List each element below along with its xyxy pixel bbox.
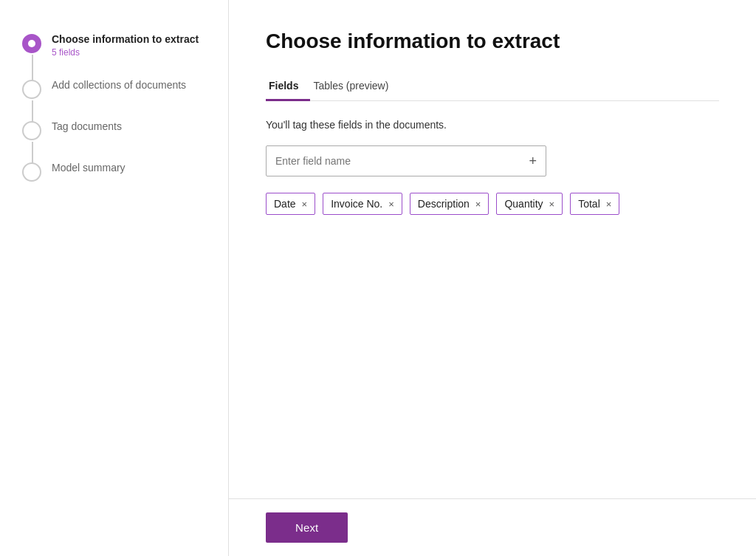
sidebar: Choose information to extract 5 fields A… <box>0 0 229 556</box>
sidebar-item-choose-info[interactable]: Choose information to extract 5 fields <box>22 22 213 68</box>
field-input-row: + <box>266 145 719 176</box>
sidebar-item-model-summary[interactable]: Model summary <box>22 151 213 192</box>
step-text-1: Choose information to extract 5 fields <box>52 32 199 58</box>
step-circle-1 <box>22 34 41 53</box>
tag-quantity-label: Quantity <box>504 198 543 210</box>
sidebar-item-add-collections[interactable]: Add collections of documents <box>22 68 213 109</box>
step-circle-4 <box>22 162 41 182</box>
tag-description-label: Description <box>418 198 470 210</box>
step-circle-2 <box>22 80 41 99</box>
main-content: Choose information to extract Fields Tab… <box>229 0 756 498</box>
add-field-icon[interactable]: + <box>529 154 537 168</box>
step-title-4: Model summary <box>52 161 126 174</box>
footer: Next <box>229 498 756 556</box>
page-title: Choose information to extract <box>266 30 719 53</box>
tabs-bar: Fields Tables (preview) <box>266 74 719 101</box>
tag-total-remove[interactable]: × <box>606 199 612 209</box>
tag-date: Date × <box>266 193 315 215</box>
tab-fields[interactable]: Fields <box>266 74 310 101</box>
field-input-wrapper[interactable]: + <box>266 145 546 176</box>
tag-total-label: Total <box>578 198 600 210</box>
step-title-1: Choose information to extract <box>52 32 199 46</box>
field-name-input[interactable] <box>275 155 529 167</box>
tag-total: Total × <box>570 193 619 215</box>
tag-date-label: Date <box>274 198 296 210</box>
step-text-4: Model summary <box>52 161 126 174</box>
step-text-3: Tag documents <box>52 120 122 133</box>
tag-invoice-no-label: Invoice No. <box>331 198 382 210</box>
tag-description-remove[interactable]: × <box>475 199 481 209</box>
tag-invoice-no: Invoice No. × <box>323 193 402 215</box>
tag-quantity-remove[interactable]: × <box>549 199 555 209</box>
step-circle-3 <box>22 121 41 140</box>
step-subtitle-1: 5 fields <box>52 47 199 58</box>
step-text-2: Add collections of documents <box>52 78 186 92</box>
tab-tables-preview[interactable]: Tables (preview) <box>310 74 400 101</box>
tags-row: Date × Invoice No. × Description × Quant… <box>266 193 719 215</box>
step-title-2: Add collections of documents <box>52 78 186 92</box>
next-button[interactable]: Next <box>266 512 348 543</box>
tag-date-remove[interactable]: × <box>302 199 308 209</box>
step-title-3: Tag documents <box>52 120 122 133</box>
tag-quantity: Quantity × <box>496 193 563 215</box>
tag-invoice-no-remove[interactable]: × <box>388 199 394 209</box>
tag-description: Description × <box>410 193 489 215</box>
sidebar-item-tag-documents[interactable]: Tag documents <box>22 109 213 151</box>
description-text: You'll tag these fields in the documents… <box>266 119 719 131</box>
